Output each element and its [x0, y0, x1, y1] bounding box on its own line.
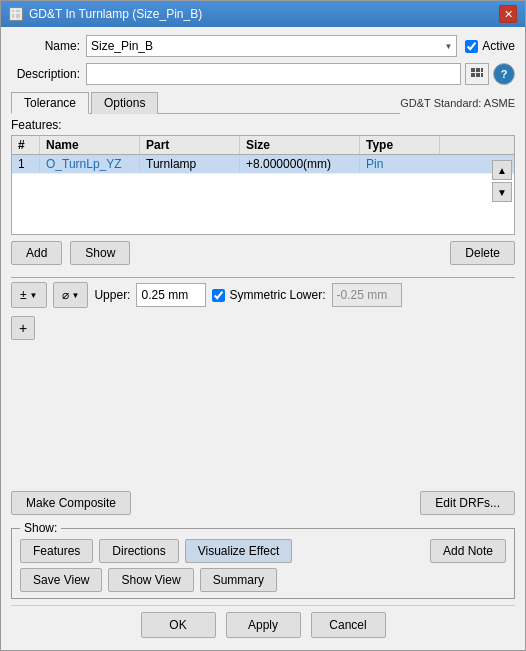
- row-down-button[interactable]: ▼: [492, 182, 512, 202]
- features-table-wrapper: # Name Part Size Type 1 O_TurnLp_YZ Turn…: [11, 135, 515, 235]
- divider1: [11, 277, 515, 278]
- active-checkbox-row: Active: [465, 39, 515, 53]
- svg-rect-0: [11, 9, 21, 19]
- add-tolerance-row-button[interactable]: +: [11, 316, 35, 340]
- ok-button[interactable]: OK: [141, 612, 216, 638]
- close-button[interactable]: ✕: [499, 5, 517, 23]
- desc-icons: ?: [465, 63, 515, 85]
- plus-minus-icon: ±: [20, 288, 27, 302]
- features-label: Features:: [11, 118, 515, 132]
- save-view-button[interactable]: Save View: [20, 568, 102, 592]
- show-btn-row2: Save View Show View Summary: [20, 568, 506, 592]
- description-label: Description:: [11, 67, 86, 81]
- row-up-button[interactable]: ▲: [492, 160, 512, 180]
- show-button[interactable]: Show: [70, 241, 130, 265]
- show-group: Show: Features Directions Visualize Effe…: [11, 521, 515, 599]
- app-icon: [9, 7, 23, 21]
- svg-rect-8: [481, 73, 483, 77]
- window-title: GD&T In Turnlamp (Size_Pin_B): [29, 7, 202, 21]
- desc-icon-help[interactable]: ?: [493, 63, 515, 85]
- visualize-effect-button[interactable]: Visualize Effect: [185, 539, 293, 563]
- show-view-button[interactable]: Show View: [108, 568, 193, 592]
- cell-size: +8.000000(mm): [240, 155, 360, 173]
- svg-rect-7: [476, 73, 480, 77]
- col-header-type: Type: [360, 136, 440, 154]
- svg-rect-5: [481, 68, 483, 72]
- plus-minus-button[interactable]: ± ▼: [11, 282, 47, 308]
- symmetric-label: Symmetric Lower:: [229, 288, 325, 302]
- feature-buttons-row: Add Show Delete: [11, 241, 515, 265]
- name-combobox[interactable]: Size_Pin_B ▼: [86, 35, 457, 57]
- description-row: Description: ?: [11, 63, 515, 85]
- tab-options[interactable]: Options: [91, 92, 158, 114]
- active-checkbox[interactable]: [465, 40, 478, 53]
- cell-type: Pin: [360, 155, 440, 173]
- middle-area: [11, 340, 515, 491]
- upper-label: Upper:: [94, 288, 130, 302]
- name-value: Size_Pin_B: [91, 39, 153, 53]
- diameter-button[interactable]: ⌀ ▼: [53, 282, 89, 308]
- title-bar: GD&T In Turnlamp (Size_Pin_B) ✕: [1, 1, 525, 27]
- lower-input[interactable]: [332, 283, 402, 307]
- cell-name: O_TurnLp_YZ: [40, 155, 140, 173]
- title-bar-left: GD&T In Turnlamp (Size_Pin_B): [9, 7, 202, 21]
- cell-num: 1: [12, 155, 40, 173]
- col-header-num: #: [12, 136, 40, 154]
- svg-rect-3: [471, 68, 475, 72]
- footer-buttons: OK Apply Cancel: [11, 605, 515, 642]
- show-legend: Show:: [20, 521, 61, 535]
- cancel-button[interactable]: Cancel: [311, 612, 386, 638]
- col-header-part: Part: [140, 136, 240, 154]
- table-nav-buttons: ▲ ▼: [492, 160, 512, 202]
- add-button[interactable]: Add: [11, 241, 62, 265]
- symmetric-row: Symmetric Lower:: [212, 288, 325, 302]
- apply-button[interactable]: Apply: [226, 612, 301, 638]
- window-content: Name: Size_Pin_B ▼ Active Description:: [1, 27, 525, 650]
- features-show-button[interactable]: Features: [20, 539, 93, 563]
- delete-button[interactable]: Delete: [450, 241, 515, 265]
- directions-button[interactable]: Directions: [99, 539, 178, 563]
- add-note-button[interactable]: Add Note: [430, 539, 506, 563]
- tab-tolerance[interactable]: Tolerance: [11, 92, 89, 114]
- col-header-size: Size: [240, 136, 360, 154]
- name-row: Name: Size_Pin_B ▼ Active: [11, 35, 515, 57]
- col-header-name: Name: [40, 136, 140, 154]
- show-btn-row1: Features Directions Visualize Effect Add…: [20, 539, 506, 563]
- description-input[interactable]: [86, 63, 461, 85]
- active-label: Active: [482, 39, 515, 53]
- main-window: GD&T In Turnlamp (Size_Pin_B) ✕ Name: Si…: [0, 0, 526, 651]
- symmetric-checkbox[interactable]: [212, 289, 225, 302]
- desc-icon-grid[interactable]: [465, 63, 489, 85]
- table-row[interactable]: 1 O_TurnLp_YZ Turnlamp +8.000000(mm) Pin: [12, 155, 514, 174]
- tabs-row: Tolerance Options GD&T Standard: ASME: [11, 91, 515, 118]
- summary-button[interactable]: Summary: [200, 568, 277, 592]
- upper-input[interactable]: [136, 283, 206, 307]
- diam-arrow-icon: ▼: [72, 291, 80, 300]
- name-combo-arrow: ▼: [444, 42, 452, 51]
- cell-part: Turnlamp: [140, 155, 240, 173]
- svg-rect-6: [471, 73, 475, 77]
- pm-arrow-icon: ▼: [30, 291, 38, 300]
- table-header: # Name Part Size Type: [12, 136, 514, 155]
- composite-row: Make Composite Edit DRFs...: [11, 491, 515, 515]
- gdt-standard: GD&T Standard: ASME: [400, 97, 515, 113]
- tabs: Tolerance Options: [11, 91, 400, 114]
- edit-drfs-button[interactable]: Edit DRFs...: [420, 491, 515, 515]
- tolerance-row: ± ▼ ⌀ ▼ Upper: Symmetric Lower:: [11, 282, 515, 308]
- svg-rect-4: [476, 68, 480, 72]
- diameter-icon: ⌀: [62, 288, 69, 302]
- features-table: # Name Part Size Type 1 O_TurnLp_YZ Turn…: [11, 135, 515, 235]
- make-composite-button[interactable]: Make Composite: [11, 491, 131, 515]
- name-label: Name:: [11, 39, 86, 53]
